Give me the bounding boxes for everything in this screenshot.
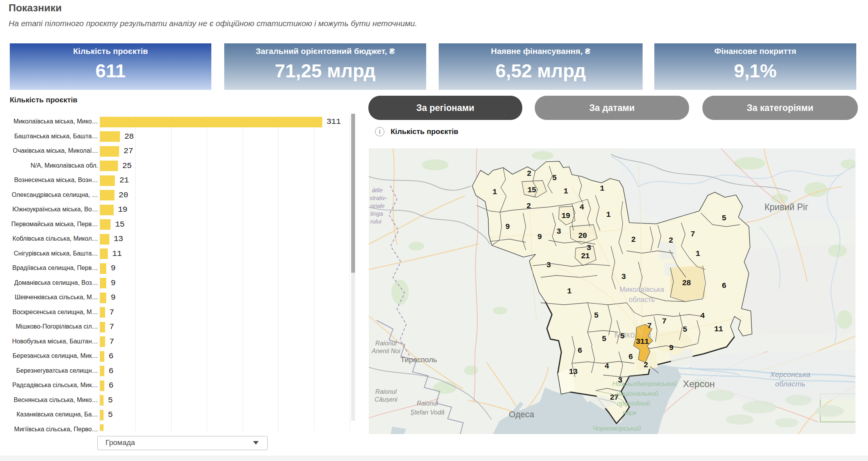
svg-text:7: 7 (690, 230, 695, 239)
svg-text:19: 19 (561, 211, 570, 220)
svg-text:1: 1 (695, 249, 700, 258)
svg-text:átile: átile (372, 187, 383, 193)
svg-text:Кривий Ріг: Кривий Ріг (764, 202, 808, 212)
svg-text:5: 5 (722, 214, 726, 223)
svg-text:oriale: oriale (370, 202, 385, 209)
svg-text:область: область (629, 296, 655, 304)
svg-text:Одеса: Одеса (509, 409, 535, 419)
svg-text:Нижньодніпровський: Нижньодніпровський (613, 380, 677, 388)
svg-text:6: 6 (628, 352, 632, 361)
svg-text:1: 1 (567, 287, 572, 296)
svg-text:природний: природний (617, 400, 650, 407)
svg-text:4: 4 (700, 311, 705, 320)
svg-text:11: 11 (714, 325, 723, 334)
svg-text:2: 2 (643, 361, 648, 370)
svg-text:311: 311 (636, 337, 649, 346)
svg-text:2: 2 (631, 235, 635, 244)
svg-text:1: 1 (563, 187, 568, 196)
svg-text:2: 2 (668, 236, 673, 245)
svg-text:5: 5 (620, 332, 624, 341)
svg-text:національний: національний (616, 390, 659, 397)
svg-text:Raionul: Raionul (375, 340, 397, 347)
svg-text:Ștefan Vodă: Ștefan Vodă (410, 409, 445, 416)
svg-text:tinga: tinga (370, 210, 383, 217)
svg-text:Căușeni: Căușeni (375, 396, 398, 403)
svg-text:4: 4 (604, 362, 609, 371)
svg-text:3: 3 (546, 261, 550, 270)
svg-text:парк: парк (623, 409, 637, 416)
svg-text:6: 6 (577, 346, 582, 355)
svg-text:1: 1 (492, 188, 497, 197)
svg-text:Тирасполь: Тирасполь (400, 356, 437, 364)
svg-text:1: 1 (600, 184, 604, 193)
svg-text:3: 3 (556, 227, 561, 236)
svg-text:Миколаївська: Миколаївська (620, 286, 664, 293)
svg-text:9: 9 (537, 232, 541, 241)
svg-text:9: 9 (669, 343, 673, 352)
svg-text:Raionul: Raionul (417, 400, 438, 407)
svg-text:13: 13 (569, 367, 577, 376)
svg-text:Anenii Noi: Anenii Noi (371, 348, 400, 354)
svg-text:4: 4 (579, 203, 584, 212)
svg-text:7: 7 (662, 317, 666, 326)
svg-text:область: область (775, 380, 805, 388)
svg-text:9: 9 (505, 222, 509, 231)
svg-text:5: 5 (602, 334, 606, 343)
svg-text:20: 20 (578, 231, 587, 240)
svg-text:2: 2 (527, 169, 531, 178)
svg-text:rului: rului (370, 218, 382, 225)
svg-text:Raionul: Raionul (375, 388, 397, 395)
svg-text:7: 7 (647, 322, 651, 331)
svg-text:28: 28 (682, 279, 691, 288)
svg-text:5: 5 (682, 325, 687, 334)
svg-text:2: 2 (526, 202, 530, 211)
svg-text:Херсон: Херсон (683, 379, 715, 389)
svg-text:Чорноморський: Чорноморський (593, 425, 641, 432)
svg-text:Херсонська: Херсонська (770, 370, 810, 379)
svg-text:6: 6 (722, 281, 726, 290)
svg-text:5: 5 (552, 173, 556, 182)
svg-text:1: 1 (606, 210, 611, 219)
svg-text:15: 15 (527, 186, 536, 195)
svg-text:strativ-: strativ- (370, 195, 387, 201)
svg-text:21: 21 (581, 252, 590, 261)
svg-text:5: 5 (594, 311, 598, 320)
svg-text:3: 3 (586, 243, 591, 252)
svg-text:3: 3 (621, 272, 625, 281)
